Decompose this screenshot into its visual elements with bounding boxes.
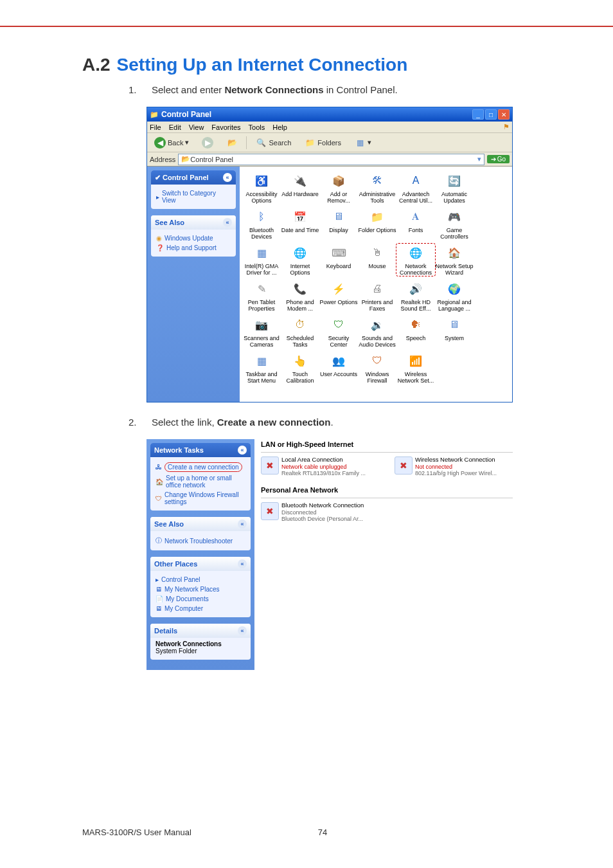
connection-text: Local Area ConnectionNetwork cable unplu… — [281, 457, 366, 477]
folders-icon: 📁 — [304, 137, 315, 149]
cp-item[interactable]: ▦Taskbar and Start Menu — [242, 352, 281, 384]
minimize-button[interactable]: _ — [472, 109, 484, 120]
cp-item[interactable]: 🌐Internet Options — [281, 244, 319, 276]
cp-item-icon: 🛠 — [368, 172, 386, 190]
cp-item-icon: 📶 — [407, 352, 425, 370]
step-2: 2. Select the link, Create a new connect… — [82, 417, 531, 428]
cp-item[interactable]: 👥User Accounts — [319, 352, 358, 384]
help-support-link[interactable]: ❓Help and Support — [156, 244, 231, 251]
go-button[interactable]: ➔Go — [487, 155, 510, 163]
side-head-seealso: See Also« — [151, 215, 236, 230]
create-connection-link[interactable]: 🖧Create a new connection — [155, 462, 245, 472]
cp-item[interactable]: 🌐Network Connections — [396, 244, 435, 276]
cp-item[interactable]: 🔊Realtek HD Sound Eff... — [396, 280, 435, 312]
cp-item[interactable]: 📦Add or Remov... — [319, 172, 358, 204]
cp-item[interactable]: 🖥System — [435, 316, 474, 348]
op-my-computer[interactable]: 🖥My Computer — [155, 605, 245, 612]
cp-item[interactable]: 🔌Add Hardware — [281, 172, 319, 204]
cp-item[interactable]: 🔄Automatic Updates — [435, 172, 474, 204]
views-button[interactable]: ▦▾ — [350, 135, 376, 150]
cp-item-icon: ♿ — [253, 172, 271, 190]
menu-view[interactable]: View — [189, 123, 204, 131]
cp-item[interactable]: 🌍Regional and Language ... — [435, 280, 474, 312]
folders-label: Folders — [317, 139, 341, 147]
chevron-down-icon[interactable]: ▾ — [477, 155, 481, 163]
op-my-documents[interactable]: 📄My Documents — [155, 595, 245, 602]
connection-item[interactable]: ✖Local Area ConnectionNetwork cable unpl… — [261, 457, 377, 477]
cp-item[interactable]: 📞Phone and Modem ... — [281, 280, 319, 312]
cp-item[interactable]: 📁Folder Options — [358, 208, 396, 240]
docs-icon: 📄 — [155, 595, 163, 602]
connection-item[interactable]: ✖Bluetooth Network ConnectionDisconnecte… — [261, 502, 377, 523]
back-button[interactable]: ◀Back ▾ — [150, 135, 193, 150]
cp-item[interactable]: 📶Wireless Network Set... — [396, 352, 435, 384]
side-head-seealso2: See Also« — [150, 517, 251, 531]
op-control-panel[interactable]: ▸Control Panel — [155, 576, 245, 583]
cp-item[interactable]: ⏱Scheduled Tasks — [281, 316, 319, 348]
cp-item[interactable]: AAdvantech Central Util... — [396, 172, 435, 204]
search-button[interactable]: 🔍Search — [251, 135, 296, 150]
details-title: Details — [154, 627, 177, 635]
collapse-icon[interactable]: « — [238, 626, 247, 635]
firewall-settings-link[interactable]: 🛡Change Windows Firewall settings — [155, 491, 245, 505]
collapse-icon[interactable]: « — [238, 446, 247, 455]
windows-update-link[interactable]: ◉Windows Update — [156, 235, 231, 242]
cp-item[interactable]: 📅Date and Time — [281, 208, 319, 240]
cp-item[interactable]: 👆Touch Calibration — [281, 352, 319, 384]
go-label: Go — [497, 156, 506, 163]
forward-button[interactable]: ▶ — [197, 135, 218, 150]
cp-item[interactable]: 📷Scanners and Cameras — [242, 316, 281, 348]
menu-tools[interactable]: Tools — [249, 123, 265, 131]
cp-item-label: Scheduled Tasks — [281, 335, 319, 348]
collapse-icon[interactable]: « — [238, 559, 247, 568]
cp-item[interactable]: ⚡Power Options — [319, 280, 358, 312]
step-post: in Control Panel. — [324, 84, 398, 95]
cp-item[interactable]: 🖥Display — [319, 208, 358, 240]
op-network-places[interactable]: 🖥My Network Places — [155, 586, 245, 593]
address-value: Control Panel — [190, 156, 233, 163]
home-network-link[interactable]: 🏠Set up a home or small office network — [155, 475, 245, 489]
cp-item[interactable]: ⌨Keyboard — [319, 244, 358, 276]
cp-item[interactable]: 🎮Game Controllers — [435, 208, 474, 240]
cp-item-label: Realtek HD Sound Eff... — [396, 299, 435, 312]
window-controls: _ □ ✕ — [472, 109, 510, 120]
close-button[interactable]: ✕ — [498, 109, 510, 120]
cp-item-icon: 🖥 — [330, 208, 348, 226]
footer-page: 74 — [318, 827, 327, 837]
switch-category-link[interactable]: ▸Switch to Category View — [156, 190, 231, 204]
cp-item-icon: 🎮 — [445, 208, 463, 226]
menu-favorites[interactable]: Favorites — [211, 123, 240, 131]
folders-button[interactable]: 📁Folders — [299, 135, 346, 150]
cp-item[interactable]: 🏠Network Setup Wizard — [435, 244, 474, 276]
menu-edit[interactable]: Edit — [169, 123, 181, 131]
collapse-icon[interactable]: « — [223, 218, 232, 227]
cp-item[interactable]: 🖱Mouse — [358, 244, 396, 276]
collapse-icon[interactable]: « — [223, 173, 232, 182]
address-label: Address — [150, 156, 175, 163]
maximize-button[interactable]: □ — [485, 109, 497, 120]
cp-item[interactable]: 🔉Sounds and Audio Devices — [358, 316, 396, 348]
cp-item[interactable]: 🛡Windows Firewall — [358, 352, 396, 384]
cp-item[interactable]: 🗣Speech — [396, 316, 435, 348]
cp-item-icon: 🌐 — [407, 244, 425, 262]
cp-item[interactable]: 🛠Administrative Tools — [358, 172, 396, 204]
cp-item-icon: 𝐀 — [407, 208, 425, 226]
cp-item[interactable]: ᛒBluetooth Devices — [242, 208, 281, 240]
workarea: ✔ Control Panel« ▸Switch to Category Vie… — [147, 167, 512, 402]
cp-item[interactable]: ▦Intel(R) GMA Driver for ... — [242, 244, 281, 276]
cp-item[interactable]: ✎Pen Tablet Properties — [242, 280, 281, 312]
menu-file[interactable]: File — [150, 123, 161, 131]
cp-item-label: Security Center — [319, 335, 358, 348]
collapse-icon[interactable]: « — [238, 520, 247, 529]
cp-item-label: Administrative Tools — [358, 191, 396, 204]
cp-item[interactable]: 🛡Security Center — [319, 316, 358, 348]
menu-help[interactable]: Help — [272, 123, 287, 131]
cp-item[interactable]: ♿Accessibility Options — [242, 172, 281, 204]
up-button[interactable]: 📂 — [222, 135, 242, 150]
address-field[interactable]: 📂 Control Panel▾ — [178, 154, 484, 165]
troubleshooter-link[interactable]: ⓘNetwork Troubleshooter — [155, 536, 245, 545]
cp-item[interactable]: 🖨Printers and Faxes — [358, 280, 396, 312]
divider — [261, 498, 513, 498]
connection-item[interactable]: ✖Wireless Network ConnectionNot connecte… — [395, 457, 510, 477]
cp-item[interactable]: 𝐀Fonts — [396, 208, 435, 240]
